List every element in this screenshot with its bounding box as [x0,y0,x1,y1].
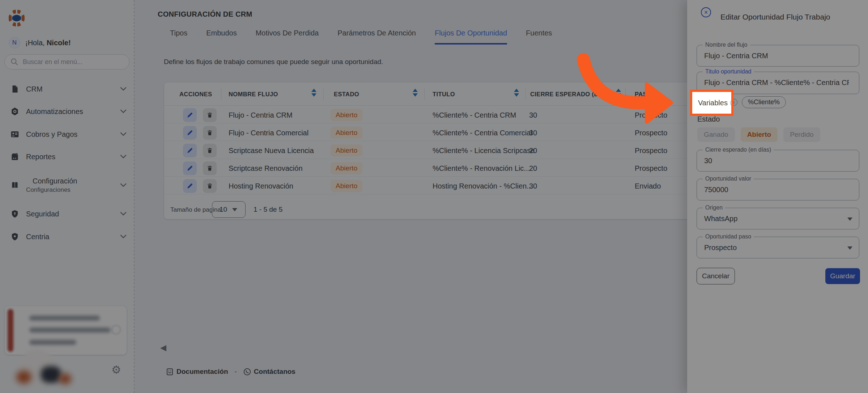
dim-overlay [0,0,868,393]
info-icon: i [730,100,733,106]
annotation-highlight-box: Variables i [690,90,733,116]
highlighted-variables-label: Variables [698,99,728,107]
app-root: N ¡Hola, Nicole! CRM Automatizaciones C [0,0,868,393]
